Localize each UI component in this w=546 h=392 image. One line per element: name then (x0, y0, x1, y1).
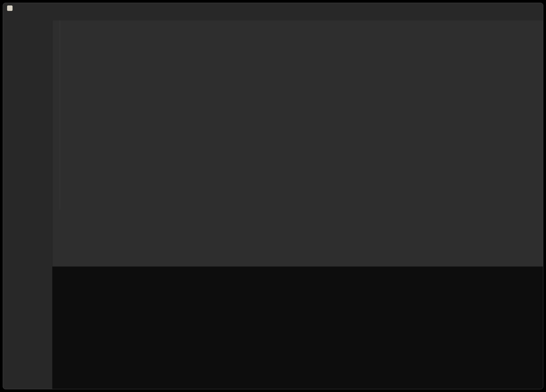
editor-pane (52, 20, 543, 267)
gutter-separator (60, 20, 60, 210)
about-panel (283, 90, 436, 104)
title-bar[interactable] (3, 3, 543, 13)
desktop (0, 0, 546, 392)
code-editor[interactable] (52, 20, 543, 210)
menu-bar (3, 13, 543, 20)
clide-window (3, 3, 543, 389)
breadcrumb[interactable] (3, 22, 52, 25)
main-pane (52, 20, 543, 389)
file-tree[interactable] (3, 25, 52, 389)
content-area (3, 20, 543, 389)
app-icon (7, 5, 13, 11)
log-console[interactable] (52, 267, 543, 389)
file-explorer-sidebar (3, 20, 52, 389)
